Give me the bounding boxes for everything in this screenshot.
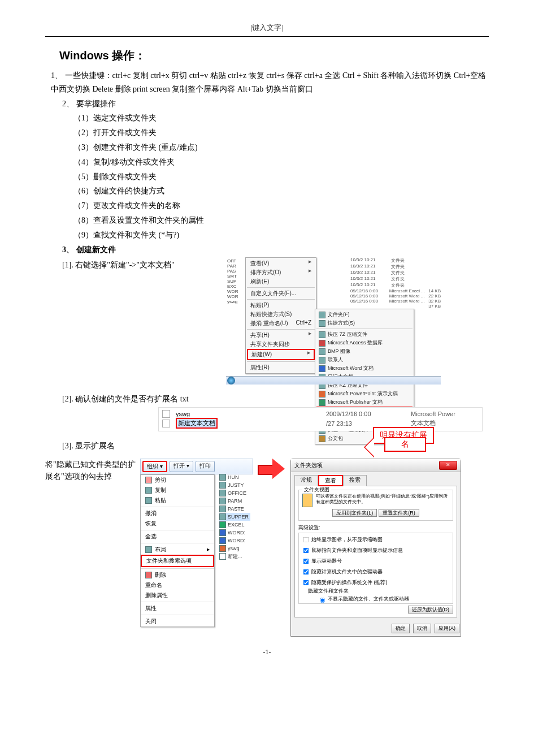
file-name-edit[interactable]: 新建文本文档 (176, 418, 218, 429)
menu-remove-props[interactable]: 删除属性 (141, 590, 214, 601)
menu-layout[interactable]: 布局 (141, 545, 214, 555)
pub-icon (319, 399, 325, 406)
new-access[interactable]: Microsoft Access 数据库 (316, 339, 413, 347)
folder-item[interactable]: PAR (227, 263, 244, 269)
new-7z[interactable]: 快压 7Z 压缩文件 (316, 330, 413, 339)
menu-folder-options[interactable]: 文件夹和搜索选项 (141, 555, 214, 567)
folder-item[interactable]: WOR (227, 294, 244, 299)
menu-cut[interactable]: 剪切 (141, 475, 214, 485)
menu-paste[interactable]: 粘贴 (141, 495, 214, 506)
op-8: （8）查看及设置文件和文件夹的属性 (73, 214, 489, 227)
new-folder[interactable]: 文件夹(F) (316, 310, 413, 319)
tab-view[interactable]: 查看 (318, 475, 343, 486)
dialog-tabs: 常规 查看 搜索 (291, 472, 461, 486)
menu-undo-key: Ctrl+Z (296, 319, 312, 326)
folder-list-column: HUN JUSTY OFFICE PARM PASTE SUPPER EXCEL… (219, 473, 250, 561)
file-item[interactable]: 新建... (219, 552, 250, 561)
menu-copy[interactable]: 复制 (141, 485, 214, 495)
file-size (426, 257, 441, 263)
opt-dont-show-hidden[interactable]: 不显示隐藏的文件、文件夹或驱动器 (300, 595, 451, 604)
callout-no-extension-2: 名 (384, 437, 426, 452)
close-button[interactable]: ✕ (439, 461, 457, 470)
menu-view[interactable]: 查看(V) (247, 259, 315, 268)
reset-folders-button[interactable]: 重置文件夹(R) (379, 509, 419, 517)
folder-item[interactable]: PAS (227, 269, 244, 274)
menu-undo[interactable]: 撤消 重命名(U) Ctrl+Z (247, 319, 315, 328)
folder-item-selected[interactable]: SUPPER (219, 513, 250, 521)
menu-share[interactable]: 共享(H) (247, 331, 315, 340)
menu-paste[interactable]: 粘贴(P) (247, 301, 315, 310)
op-7: （7）更改文件或文件夹的名称 (73, 199, 489, 213)
folder-item[interactable]: yswg (227, 299, 244, 304)
menu-redo[interactable]: 恢复 (141, 519, 214, 529)
opt-tooltip[interactable]: 鼠标指向文件夹和桌面项时显示提示信息 (300, 545, 451, 556)
menu-props[interactable]: 属性 (141, 603, 214, 614)
new-shortcut[interactable]: 快捷方式(S) (316, 319, 413, 327)
restore-defaults-button[interactable]: 还原为默认值(D) (408, 606, 454, 614)
word-icon (319, 365, 325, 372)
paragraph-3: 3、 创建新文件 (62, 243, 489, 257)
folder-item[interactable]: OFFICE (219, 489, 250, 497)
folder-item[interactable]: JUSTY (219, 481, 250, 489)
ok-button[interactable]: 确定 (392, 624, 410, 633)
contact-icon (319, 357, 325, 364)
menu-sync[interactable]: 共享文件夹同步 (247, 340, 315, 349)
new-contact[interactable]: 联系人 (316, 356, 413, 364)
menu-refresh[interactable]: 刷新(E) (247, 277, 315, 286)
menu-rename[interactable]: 重命名 (141, 580, 214, 590)
step-2: [2]. 确认创建的文件是否有扩展名 txt (62, 392, 489, 406)
start-orb-icon[interactable] (227, 377, 235, 385)
print-button[interactable]: 打印 (196, 461, 215, 472)
menu-customize[interactable]: 自定义文件夹(F)... (247, 289, 315, 298)
folder-item[interactable]: WOR (227, 289, 244, 294)
file-item[interactable]: yswg (219, 545, 250, 552)
menu-paste-shortcut[interactable]: 粘贴快捷方式(S) (247, 310, 315, 319)
open-button[interactable]: 打开 ▾ (170, 461, 193, 472)
menu-delete[interactable]: 删除 (141, 570, 214, 580)
opt-drive-letter[interactable]: 显示驱动器号 (300, 556, 451, 567)
menu-close[interactable]: 关闭 (141, 616, 214, 627)
file-item[interactable]: EXCEL (219, 521, 250, 529)
file-type: Microsoft Word ... (389, 299, 423, 304)
folder-item[interactable]: SMT (227, 274, 244, 279)
cancel-button[interactable]: 取消 (413, 624, 431, 633)
shortcut-icon (319, 320, 325, 327)
menu-undo-label: 撤消 重命名(U) (250, 320, 288, 326)
tab-general[interactable]: 常规 (294, 475, 318, 486)
opt-hide-empty-drives[interactable]: 隐藏计算机文件夹中的空驱动器 (300, 567, 451, 577)
file-date: 10/3/2 10:21 (350, 276, 388, 282)
new-word[interactable]: Microsoft Word 文档 (316, 364, 413, 373)
new-bmp[interactable]: BMP 图像 (316, 347, 413, 356)
apply-button[interactable]: 应用(A) (435, 624, 459, 633)
file-date: 09/12/16 0:00 (350, 293, 386, 299)
folder-item[interactable]: PARM (219, 497, 250, 505)
apply-to-folders-button[interactable]: 应用到文件夹(L) (332, 509, 377, 517)
menu-select-all[interactable]: 全选 (141, 532, 214, 542)
file-type: 文件夹 (391, 270, 423, 276)
organize-button[interactable]: 组织 ▾ (142, 461, 167, 472)
new-ppt[interactable]: Microsoft PowerPoint 演示文稿 (316, 390, 413, 398)
advanced-settings-tree[interactable]: 始终显示图标，从不显示缩略图 鼠标指向文件夹和桌面项时显示提示信息 显示驱动器号… (298, 533, 453, 604)
folder-icon (219, 513, 226, 520)
menu-sort[interactable]: 排序方式(O) (247, 268, 315, 277)
new-pub[interactable]: Microsoft Publisher 文档 (316, 398, 413, 407)
menu-undo[interactable]: 撤消 (141, 508, 214, 519)
folder-item[interactable]: OFF (227, 258, 244, 263)
opt-thumbnails[interactable]: 始终显示图标，从不显示缩略图 (300, 534, 451, 545)
folder-item[interactable]: EXC (227, 284, 244, 289)
group-desc: 可以将该文件夹正在使用的视图(例如"详细信息"或"图标")应用到所有这种类型的文… (316, 494, 449, 504)
opt-hide-os-files[interactable]: 隐藏受保护的操作系统文件 (推荐) (300, 577, 451, 588)
folder-item[interactable]: HUN (219, 473, 250, 481)
arrow-right-icon (258, 459, 286, 479)
file-item[interactable]: WORD: (219, 529, 250, 537)
op-3: （3）创建文件和文件夹 (重点/难点) (73, 141, 489, 154)
file-row[interactable]: yswg 2009/12/16 0:00 Microsoft Power (162, 410, 479, 418)
file-item[interactable]: WORD: (219, 537, 250, 545)
folder-item[interactable]: SUP (227, 279, 244, 284)
menu-new[interactable]: 新建(W) (247, 349, 315, 360)
folder-item[interactable]: PASTE (219, 505, 250, 513)
tab-search[interactable]: 搜索 (343, 475, 367, 486)
op-6: （6）创建文件的快捷方式 (73, 184, 489, 198)
file-date: 10/3/2 10:21 (350, 282, 388, 288)
menu-properties[interactable]: 属性(R) (247, 363, 315, 372)
